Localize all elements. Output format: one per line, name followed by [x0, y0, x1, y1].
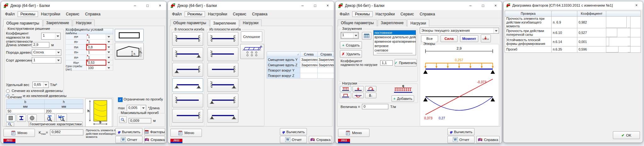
weight-combo[interactable]: 0,65 [32, 82, 49, 88]
reliability-combo[interactable]: 1 [41, 33, 61, 40]
load-type-point-button[interactable] [353, 86, 364, 92]
deflection-ratio-combo[interactable]: 0,005 [127, 105, 146, 111]
minimize-button[interactable]: – [464, 1, 477, 10]
menu-file[interactable]: Файл [2, 11, 18, 17]
restraint-cell[interactable]: Закреплено [318, 57, 334, 62]
load-type-moment-button[interactable] [365, 86, 376, 92]
restraint-cell[interactable]: Закреплено [300, 62, 318, 68]
minimize-button[interactable]: – [296, 1, 309, 10]
support-option-fix-free[interactable] [172, 94, 203, 107]
ok-button[interactable]: ✔OK [613, 131, 640, 139]
restraint-cell[interactable] [300, 68, 318, 73]
section-ibeam-button[interactable] [17, 114, 26, 122]
b-value-cell[interactable]: 50 [6, 109, 45, 113]
apply-button[interactable]: ✓Применить [395, 59, 417, 67]
chevron-down-icon[interactable] [106, 50, 112, 55]
shape-rect-button[interactable] [115, 29, 144, 41]
restraint-cell[interactable]: Закреплено [300, 57, 318, 62]
menu-file[interactable]: Файл [169, 11, 185, 17]
menu-service[interactable]: Сервис [398, 11, 417, 17]
species-combo[interactable]: Сосна [32, 49, 61, 56]
menu-settings[interactable]: Настройки [373, 11, 397, 17]
support-option-fix-fix[interactable] [172, 32, 203, 46]
menu-settings[interactable]: Настройки [205, 11, 230, 17]
support-option-out-pin-pin[interactable] [208, 109, 238, 123]
load-type-distributed-button[interactable] [340, 86, 351, 92]
diagram-force-button[interactable]: Сила [441, 35, 458, 42]
close-button[interactable]: × [321, 1, 334, 10]
support-option-pin-pin-selected[interactable] [172, 78, 203, 92]
coeff-value[interactable]: 1 [87, 34, 106, 39]
delete-loadcase-button[interactable]: ✗Удалить [340, 50, 362, 58]
maximize-button[interactable]: □ [309, 1, 321, 10]
tab-loads[interactable]: Нагрузки [240, 19, 262, 26]
help-button[interactable]: Справка [476, 136, 500, 143]
tab-supports[interactable]: Закрепление [210, 19, 239, 27]
menu-service[interactable]: Сервис [63, 11, 82, 17]
loadcase-table-button[interactable] [362, 32, 371, 40]
menu-file[interactable]: Файл [337, 11, 352, 17]
help-button[interactable]: Справка [309, 136, 332, 143]
shape-gable-button[interactable]: h h₁ [115, 43, 144, 60]
minimize-button[interactable]: – [129, 1, 141, 10]
magnitude-input[interactable]: 0 [362, 104, 388, 109]
deflection-preview-button[interactable] [119, 116, 127, 123]
load-type-torsion-button[interactable] [353, 93, 364, 98]
compute-button[interactable]: φВычислить [280, 128, 307, 135]
coeff-value[interactable]: 1 [87, 40, 106, 45]
section-circle-button[interactable] [27, 114, 37, 122]
diagram-load-view-button[interactable] [481, 35, 491, 42]
add-load-button[interactable]: +Добавить [391, 95, 414, 102]
list-item-selected[interactable]: постоянное [374, 30, 416, 35]
close-button[interactable]: × [630, 1, 643, 9]
maximize-button[interactable]: □ [477, 1, 489, 10]
truss-bracing-button[interactable]: П [240, 44, 264, 59]
support-option-pin-fix[interactable] [172, 63, 203, 77]
close-button[interactable]: × [154, 1, 166, 10]
menu-button[interactable]: Меню [338, 129, 369, 137]
support-option-out-free-fix[interactable] [208, 63, 238, 77]
tab-supports[interactable]: Закрепление [43, 19, 72, 26]
menu-service[interactable]: Сервис [230, 11, 249, 17]
support-option-out-fix-free[interactable] [208, 47, 238, 61]
menu-button[interactable]: Меню [170, 129, 202, 137]
support-option-out-pin-fix[interactable] [208, 94, 238, 107]
report-button[interactable]: WОтчет [447, 136, 475, 143]
support-option-fix-pin[interactable] [172, 47, 203, 61]
list-item[interactable]: ветровое [374, 44, 416, 48]
menu-help[interactable]: Справка [417, 11, 438, 17]
tab-general[interactable]: Общие параметры [170, 19, 209, 26]
solid-bracing-button[interactable]: Сплошное [241, 31, 262, 42]
report-button[interactable]: WОтчет [280, 136, 307, 143]
title-bar[interactable]: Декор (64-бит) - Балки –□× [336, 1, 502, 10]
section-save-button[interactable] [56, 114, 67, 122]
grade-combo[interactable]: 1 [32, 57, 61, 63]
restraint-cell[interactable] [318, 73, 334, 78]
load-type-displacement-button[interactable]: δ↓ [365, 93, 376, 98]
menu-modes[interactable]: Режимы [18, 11, 38, 17]
restraint-cell[interactable] [318, 68, 334, 73]
coeff-value[interactable]: 100 [87, 65, 106, 70]
menu-modes[interactable]: Режимы [352, 11, 373, 17]
support-option-out-fix-pin[interactable] [208, 78, 238, 92]
create-loadcase-button[interactable]: +Создать [340, 41, 362, 49]
list-item[interactable]: временное кратковременное [374, 39, 416, 44]
list-item[interactable]: снеговое [374, 48, 416, 52]
tab-loads[interactable]: Нагрузки [407, 19, 429, 27]
load-factor-input[interactable]: 1,1 [380, 60, 393, 66]
tab-general[interactable]: Общие параметры [3, 19, 42, 27]
menu-button[interactable]: Меню [3, 129, 35, 137]
close-button[interactable]: × [489, 1, 502, 10]
coeff-value-highlighted[interactable]: 0,53 [87, 60, 106, 65]
section-rect-button[interactable] [6, 114, 15, 122]
restraint-cell[interactable] [300, 73, 318, 78]
h-value-cell[interactable]: 200 [45, 109, 83, 113]
menu-help[interactable]: Справка [249, 11, 270, 17]
tab-loads[interactable]: Нагрузки [73, 19, 95, 26]
maximize-button[interactable]: □ [141, 1, 154, 10]
chevron-down-icon[interactable] [106, 34, 112, 39]
list-item[interactable]: временное длительно действ [374, 35, 416, 39]
support-option-free-fix[interactable] [172, 109, 203, 123]
title-bar[interactable]: Декор (64-бит) - Балки –□× [168, 1, 334, 10]
menu-help[interactable]: Справка [82, 11, 103, 17]
